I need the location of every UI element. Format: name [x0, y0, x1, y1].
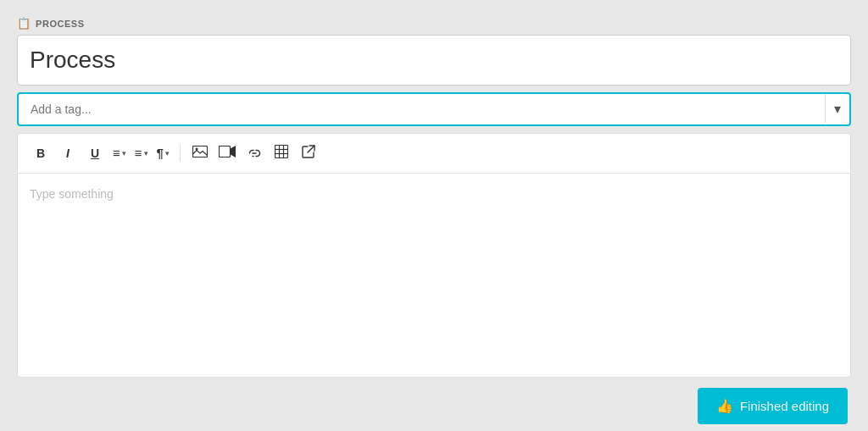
tag-input[interactable]: [19, 94, 825, 124]
underline-icon: U: [91, 146, 99, 160]
footer-area: 👍 Finished editing: [17, 388, 851, 424]
tag-input-container: ▾: [17, 92, 851, 126]
table-icon: [275, 145, 288, 161]
paragraph-arrow: ▾: [165, 149, 170, 157]
video-button[interactable]: [214, 141, 240, 166]
ordered-list-icon: ≡: [113, 146, 120, 160]
section-title: PROCESS: [36, 19, 85, 29]
svg-rect-3: [275, 146, 287, 158]
external-link-button[interactable]: [296, 141, 321, 166]
main-container: 📋 PROCESS ▾ B I U ≡: [17, 17, 851, 424]
paragraph-icon: ¶: [157, 146, 164, 160]
title-input[interactable]: [17, 35, 851, 86]
unordered-list-icon: ≡: [135, 146, 142, 160]
unordered-list-arrow: ▾: [144, 149, 148, 157]
table-button[interactable]: [269, 141, 294, 166]
editor-container: B I U ≡ ▾ ≡ ▾ ¶ ▾: [17, 133, 851, 378]
ordered-list-arrow: ▾: [122, 149, 126, 157]
editor-toolbar: B I U ≡ ▾ ≡ ▾ ¶ ▾: [18, 134, 850, 174]
svg-line-8: [308, 146, 314, 152]
paragraph-button[interactable]: ¶ ▾: [153, 141, 173, 166]
svg-rect-2: [219, 146, 230, 157]
section-header: 📋 PROCESS: [17, 17, 851, 30]
link-button[interactable]: [242, 141, 267, 166]
italic-icon: I: [66, 146, 70, 160]
bold-icon: B: [36, 146, 45, 160]
finished-editing-label: Finished editing: [740, 399, 829, 413]
editor-placeholder: Type something: [30, 187, 114, 201]
video-icon: [219, 146, 236, 161]
bold-button[interactable]: B: [28, 141, 53, 166]
finished-editing-button[interactable]: 👍 Finished editing: [698, 388, 848, 424]
italic-button[interactable]: I: [55, 141, 81, 166]
chevron-down-icon: ▾: [834, 102, 841, 116]
image-icon: [192, 146, 208, 161]
tag-dropdown-button[interactable]: ▾: [825, 94, 849, 124]
ordered-list-button[interactable]: ≡ ▾: [109, 141, 130, 166]
editor-body[interactable]: Type something: [18, 174, 850, 377]
image-button[interactable]: [187, 141, 213, 166]
unordered-list-button[interactable]: ≡ ▾: [131, 141, 152, 166]
link-icon: [247, 146, 262, 161]
toolbar-separator-1: [180, 145, 181, 162]
process-icon: 📋: [17, 17, 31, 30]
external-link-icon: [302, 145, 315, 161]
underline-button[interactable]: U: [82, 141, 108, 166]
thumbs-up-icon: 👍: [716, 398, 733, 414]
